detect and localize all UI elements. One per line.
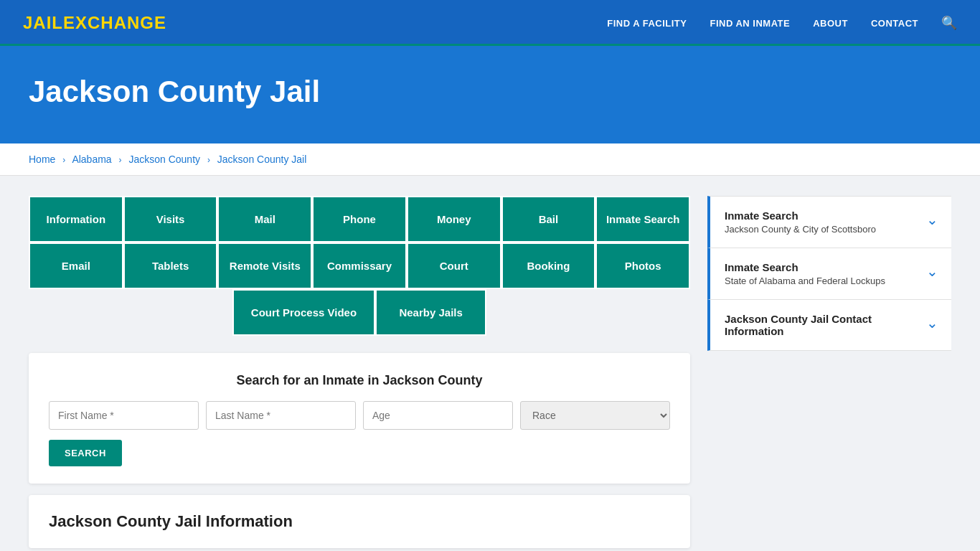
sidebar-card-inmate-local[interactable]: Inmate Search Jackson County & City of S…	[707, 196, 951, 248]
nav-find-facility[interactable]: FIND A FACILITY	[607, 18, 687, 29]
tile-remote-visits[interactable]: Remote Visits	[217, 242, 312, 289]
chevron-down-icon-state: ⌄	[926, 263, 938, 280]
tile-information[interactable]: Information	[29, 196, 123, 242]
first-name-input[interactable]	[49, 401, 199, 430]
tile-inmate-search[interactable]: Inmate Search	[595, 196, 690, 242]
breadcrumb-sep-1: ›	[62, 155, 65, 165]
tile-bail[interactable]: Bail	[501, 196, 596, 242]
breadcrumb-home[interactable]: Home	[29, 154, 55, 165]
sidebar-card-title-local: Inmate Search	[725, 209, 876, 222]
nav-links: FIND A FACILITY FIND AN INMATE ABOUT CON…	[607, 15, 957, 31]
breadcrumb-jackson-county[interactable]: Jackson County	[128, 154, 200, 165]
inmate-search-card: Search for an Inmate in Jackson County R…	[29, 353, 690, 484]
tile-commissary[interactable]: Commissary	[312, 242, 407, 289]
search-button[interactable]: SEARCH	[49, 440, 122, 466]
chevron-down-icon-local: ⌄	[926, 211, 938, 228]
tile-court[interactable]: Court	[407, 242, 501, 289]
inmate-search-heading: Search for an Inmate in Jackson County	[49, 373, 670, 388]
left-column: Information Visits Mail Phone Money Bail…	[29, 196, 690, 548]
sidebar-card-inmate-state[interactable]: Inmate Search State of Alabama and Feder…	[707, 248, 951, 300]
tile-row-1: Information Visits Mail Phone Money Bail…	[29, 196, 690, 242]
breadcrumb-alabama[interactable]: Alabama	[72, 154, 111, 165]
tile-nearby-jails[interactable]: Nearby Jails	[375, 289, 486, 336]
tile-mail[interactable]: Mail	[217, 196, 312, 242]
sidebar-card-title-contact: Jackson County Jail Contact Information	[725, 313, 926, 337]
info-heading: Jackson County Jail Information	[49, 512, 670, 531]
breadcrumb-current: Jackson County Jail	[217, 154, 307, 165]
chevron-down-icon-contact: ⌄	[926, 314, 938, 331]
sidebar-card-text-local: Inmate Search Jackson County & City of S…	[725, 209, 876, 235]
tile-court-process-video[interactable]: Court Process Video	[232, 289, 375, 336]
logo-highlight: E	[63, 13, 75, 32]
sidebar-card-contact[interactable]: Jackson County Jail Contact Information …	[707, 300, 951, 351]
hero-section: Jackson County Jail	[0, 46, 980, 143]
search-fields: Race White Black Hispanic Asian Other	[49, 401, 670, 430]
main-area: Information Visits Mail Phone Money Bail…	[0, 176, 980, 551]
sidebar-card-text-contact: Jackson County Jail Contact Information	[725, 313, 926, 337]
logo-part2: XCHANGE	[75, 13, 166, 32]
site-logo[interactable]: JAILEXCHANGE	[23, 13, 166, 33]
search-icon[interactable]: 🔍	[941, 15, 957, 31]
right-sidebar: Inmate Search Jackson County & City of S…	[707, 196, 951, 351]
sidebar-card-title-state: Inmate Search	[725, 261, 885, 273]
tile-tablets[interactable]: Tablets	[123, 242, 218, 289]
nav-contact[interactable]: CONTACT	[871, 18, 918, 29]
sidebar-card-text-state: Inmate Search State of Alabama and Feder…	[725, 261, 885, 286]
nav-about[interactable]: ABOUT	[813, 18, 848, 29]
race-select[interactable]: Race White Black Hispanic Asian Other	[520, 401, 670, 430]
tile-row-2: Email Tablets Remote Visits Commissary C…	[29, 242, 690, 289]
tile-row-3: Court Process Video Nearby Jails	[29, 289, 690, 336]
breadcrumb: Home › Alabama › Jackson County › Jackso…	[0, 143, 980, 176]
breadcrumb-sep-3: ›	[207, 155, 210, 165]
nav-find-inmate[interactable]: FIND AN INMATE	[710, 18, 790, 29]
tile-email[interactable]: Email	[29, 242, 123, 289]
tile-booking[interactable]: Booking	[501, 242, 596, 289]
breadcrumb-sep-2: ›	[119, 155, 122, 165]
logo-part1: JAIL	[23, 13, 63, 32]
age-input[interactable]	[363, 401, 513, 430]
tile-money[interactable]: Money	[407, 196, 501, 242]
sidebar-card-subtitle-state: State of Alabama and Federal Lockups	[725, 276, 885, 286]
tile-phone[interactable]: Phone	[312, 196, 407, 242]
last-name-input[interactable]	[206, 401, 356, 430]
sidebar-card-subtitle-local: Jackson County & City of Scottsboro	[725, 224, 876, 235]
tile-visits[interactable]: Visits	[123, 196, 218, 242]
page-title: Jackson County Jail	[29, 75, 951, 109]
info-section: Jackson County Jail Information	[29, 495, 690, 548]
navbar: JAILEXCHANGE FIND A FACILITY FIND AN INM…	[0, 0, 980, 46]
tile-photos[interactable]: Photos	[595, 242, 690, 289]
